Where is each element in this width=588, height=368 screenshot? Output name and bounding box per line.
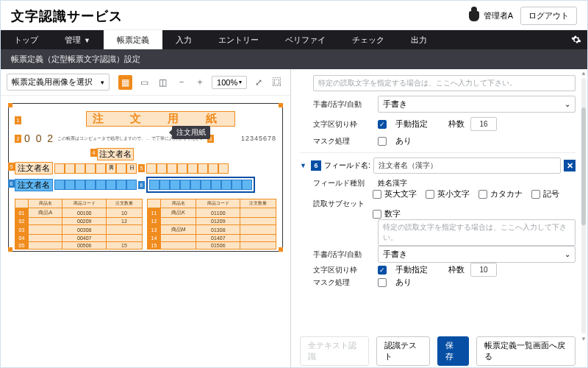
remove-field-button[interactable]: ✕ (564, 160, 576, 171)
mask-label-2: マスク処理 (313, 277, 372, 288)
char-boxes[interactable] (146, 163, 229, 174)
corner-handle[interactable] (8, 103, 12, 107)
field-tooltip: 注文用紙 (172, 126, 210, 139)
mask-opt-label: あり (395, 135, 412, 146)
zoom-select[interactable]: 100% ▾ (212, 76, 247, 89)
corner-handle[interactable] (279, 103, 283, 107)
corner-handle[interactable] (8, 247, 12, 252)
field-tag[interactable]: 1 (15, 116, 21, 124)
nav-manage[interactable]: 管理▼ (51, 30, 104, 49)
subset-custom-input[interactable]: 特定の読取文字を指定する場合は、ここへ入力して下さい。 (313, 75, 576, 91)
subset-opt-digit[interactable]: 数字 (373, 208, 401, 219)
subset-opt-kana[interactable]: カタカナ (478, 188, 523, 199)
area-tool-icon[interactable]: ◫ (156, 75, 170, 90)
zoom-out-icon[interactable]: － (174, 75, 188, 90)
form-title-field[interactable]: 注 文 用 紙 (86, 111, 235, 127)
field-type-label: フィールド種別 (313, 178, 372, 188)
frame-count-label-2: 枠数 (448, 264, 465, 275)
hand-type-label: 手書/活字/自動 (313, 99, 372, 110)
chevron-down-icon: ▾ (239, 79, 242, 85)
field-tag[interactable]: 5 (138, 164, 145, 172)
recognize-test-button[interactable]: 認識テスト (376, 336, 430, 366)
subset-opt-lower[interactable]: 英小文字 (426, 188, 470, 199)
hand-type-select-2[interactable]: 手書き ⌄ (378, 246, 576, 263)
nav-formdef[interactable]: 帳票定義 (104, 30, 162, 49)
subset-opt-symbol[interactable]: 記号 (531, 188, 559, 199)
field-name-input[interactable]: 注文者名（漢字） (373, 158, 561, 174)
chevron-down-icon: ▾ (101, 79, 104, 86)
field-tag[interactable]: 6 (138, 181, 145, 189)
nav-manage-label: 管理 (65, 35, 81, 44)
frame-count-label: 枠数 (448, 118, 465, 130)
char-boxes-selected[interactable] (54, 180, 137, 190)
sub-nav-title: 帳票定義（定型帳票文字認識）設定 (1, 49, 587, 69)
user-icon (469, 11, 479, 21)
logout-button[interactable]: ログアウト (520, 7, 577, 25)
mask-opt-label-2: あり (395, 277, 412, 288)
fit-page-icon[interactable]: ⿴ (270, 75, 284, 90)
field-tag[interactable]: 2 (15, 135, 21, 143)
split-checkbox[interactable]: ✓ (378, 120, 387, 129)
image-select-label: 帳票定義用画像を選択 (12, 77, 93, 88)
subset-custom-input-2[interactable]: 特定の読取文字を指定する場合は、ここへ入力して下さい。 (378, 219, 576, 246)
chevron-down-icon: ▼ (84, 37, 90, 44)
nav-entry[interactable]: エントリー (205, 30, 272, 49)
orderer-header-field[interactable]: 4 注文者名 (97, 148, 134, 160)
collapse-caret-icon[interactable]: ▼ (300, 162, 306, 169)
document-preview[interactable]: 1 注 文 用 紙 注文用紙 2 0 0 2 この帳票はコンピュータで処理します… (8, 103, 283, 252)
image-select[interactable]: 帳票定義用画像を選択 ▾ (7, 74, 110, 91)
split-checkbox-2[interactable]: ✓ (378, 266, 387, 275)
save-button[interactable]: 保存 (437, 336, 469, 366)
line-items-table[interactable]: 商品名 商品コード 注文数量 商品名 商品コード 注文数量 01商品A00100… (15, 199, 276, 250)
frame-count-input-2[interactable]: 10 (470, 263, 497, 277)
split-label: 文字区切り枠 (313, 119, 372, 130)
field-tag[interactable]: 4 (90, 149, 97, 157)
settings-gear-icon[interactable] (571, 30, 587, 49)
nav-check[interactable]: チェック (339, 30, 398, 49)
chevron-down-icon: ⌄ (564, 250, 570, 258)
frame-count-input[interactable]: 16 (470, 117, 497, 131)
char-boxes[interactable]: 男 日 (54, 163, 137, 174)
field-tool-icon[interactable]: ▭ (137, 75, 151, 90)
hand-type-label-2: 手書/活字/自動 (313, 250, 372, 260)
subset-label: 読取サブセット (313, 199, 367, 209)
fit-width-icon[interactable]: ⤢ (251, 75, 265, 90)
right-scrollbar[interactable]: ▲ ▼ (580, 69, 587, 342)
user-name: 管理者A (484, 10, 513, 21)
nav-input[interactable]: 入力 (162, 30, 205, 49)
field-tag[interactable]: 6 (8, 180, 15, 188)
field-name-label: フィールド名: (324, 160, 370, 171)
subset-checkbox-row: 英大文字 英小文字 カタカナ 記号 数字 (373, 188, 576, 219)
page-number-field[interactable]: 12345678 (241, 135, 276, 142)
back-to-list-button[interactable]: 帳票定義一覧画面へ戻る (476, 336, 576, 366)
split-manual-label: 手動指定 (395, 118, 428, 130)
field-tag[interactable]: 5 (8, 163, 15, 171)
corner-handle[interactable] (279, 247, 283, 252)
doc-number-field[interactable]: 0 0 2 (24, 132, 54, 144)
row-label[interactable]: 5 注文者名 (15, 162, 53, 174)
zoom-in-icon[interactable]: ＋ (193, 75, 207, 90)
split-label-2: 文字区切り枠 (313, 265, 372, 275)
chevron-down-icon: ⌄ (564, 100, 570, 108)
main-nav: トップ 管理▼ 帳票定義 入力 エントリー ベリファイ チェック 出力 (1, 30, 587, 49)
selected-field-outline[interactable] (146, 177, 255, 193)
nav-output[interactable]: 出力 (398, 30, 440, 49)
nav-top[interactable]: トップ (1, 30, 51, 49)
split-manual-label-2: 手動指定 (395, 264, 428, 275)
app-title: 文字認識サービス (11, 7, 123, 25)
mask-label: マスク処理 (313, 136, 372, 146)
mask-checkbox[interactable] (378, 137, 387, 146)
nav-verify[interactable]: ベリファイ (272, 30, 339, 49)
field-index-badge: 6 (311, 160, 321, 171)
scroll-down-icon[interactable]: ▼ (580, 335, 587, 342)
field-type-value: 姓名漢字 (378, 178, 407, 188)
scroll-up-icon[interactable]: ▲ (580, 69, 587, 77)
region-tool-icon[interactable]: ▦ (118, 75, 132, 90)
zoom-value: 100% (217, 78, 237, 87)
hand-type-select[interactable]: 手書き ⌄ (378, 96, 576, 113)
mask-checkbox-2[interactable] (378, 278, 387, 287)
row-label-selected[interactable]: 6 注文者名 (15, 179, 53, 191)
recognize-all-button[interactable]: 全テキスト認識 (300, 336, 369, 366)
subset-opt-upper[interactable]: 英大文字 (373, 188, 417, 199)
